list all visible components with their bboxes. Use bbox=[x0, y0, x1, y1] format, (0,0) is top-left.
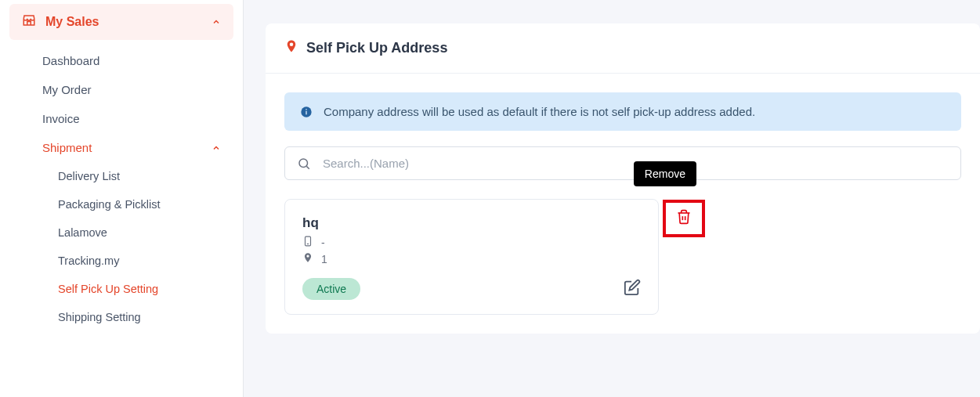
remove-tooltip: Remove bbox=[634, 161, 696, 186]
svg-rect-7 bbox=[306, 236, 311, 246]
trash-icon bbox=[676, 209, 692, 228]
svg-rect-1 bbox=[306, 110, 306, 114]
sidebar-subitem-lalamove[interactable]: Lalamove bbox=[58, 218, 233, 247]
sidebar-section-my-sales[interactable]: My Sales bbox=[9, 4, 233, 40]
sidebar-section-label: My Sales bbox=[45, 15, 99, 29]
sidebar-item-shipment[interactable]: Shipment bbox=[42, 133, 233, 162]
store-icon bbox=[22, 13, 36, 31]
svg-line-4 bbox=[306, 166, 309, 168]
search-input[interactable] bbox=[284, 146, 961, 180]
address-name: hq bbox=[302, 215, 641, 231]
search-wrap bbox=[284, 146, 961, 180]
self-pickup-panel: Self Pick Up Address Company address wil… bbox=[266, 23, 980, 334]
sidebar: My Sales Dashboard My Order Invoice Ship… bbox=[0, 0, 244, 397]
sidebar-sublist-shipment: Delivery List Packaging & Picklist Lalam… bbox=[9, 162, 233, 331]
edit-icon bbox=[624, 279, 641, 299]
sidebar-subitem-shipping-setting[interactable]: Shipping Setting bbox=[58, 303, 233, 331]
chevron-up-icon bbox=[212, 143, 221, 153]
panel-title: Self Pick Up Address bbox=[306, 40, 447, 56]
address-phone-row: - bbox=[302, 236, 641, 249]
address-location: 1 bbox=[321, 253, 327, 265]
svg-rect-2 bbox=[306, 109, 306, 110]
card-footer: Active bbox=[302, 278, 641, 300]
sidebar-subitem-tracking[interactable]: Tracking.my bbox=[58, 247, 233, 275]
info-icon bbox=[300, 106, 313, 118]
sidebar-subitem-delivery-list[interactable]: Delivery List bbox=[58, 162, 233, 190]
phone-icon bbox=[302, 236, 313, 249]
address-card: hq - 1 Active bbox=[284, 199, 659, 315]
sidebar-item-label: Shipment bbox=[42, 141, 92, 154]
info-alert: Company address will be used as default … bbox=[284, 92, 961, 131]
svg-point-3 bbox=[299, 159, 308, 168]
status-badge: Active bbox=[302, 278, 360, 300]
panel-header: Self Pick Up Address bbox=[266, 23, 980, 74]
edit-button[interactable] bbox=[624, 279, 641, 299]
address-card-wrap: Remove hq - 1 bbox=[284, 199, 659, 315]
sidebar-item-invoice[interactable]: Invoice bbox=[42, 104, 233, 133]
location-pin-icon bbox=[302, 252, 313, 265]
chevron-up-icon bbox=[212, 17, 221, 27]
alert-text: Company address will be used as default … bbox=[324, 105, 755, 118]
sidebar-item-my-order[interactable]: My Order bbox=[42, 75, 233, 104]
sidebar-list: Dashboard My Order Invoice Shipment bbox=[9, 46, 233, 162]
address-location-row: 1 bbox=[302, 252, 641, 265]
sidebar-item-dashboard[interactable]: Dashboard bbox=[42, 46, 233, 75]
map-pin-icon bbox=[284, 39, 298, 57]
address-phone: - bbox=[321, 236, 325, 249]
main-content: Self Pick Up Address Company address wil… bbox=[244, 0, 980, 397]
sidebar-subitem-self-pickup[interactable]: Self Pick Up Setting bbox=[58, 275, 233, 303]
sidebar-subitem-packaging[interactable]: Packaging & Picklist bbox=[58, 190, 233, 218]
search-icon bbox=[297, 157, 311, 171]
remove-button[interactable] bbox=[663, 200, 705, 237]
